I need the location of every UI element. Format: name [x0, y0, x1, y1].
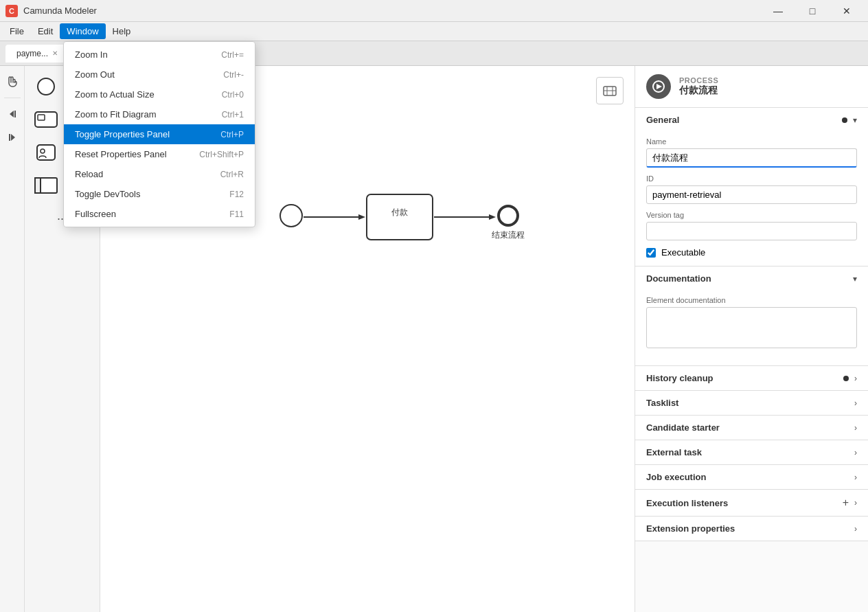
menu-toggle-props[interactable]: Toggle Properties Panel Ctrl+P — [64, 124, 255, 144]
menu-fullscreen[interactable]: Fullscreen F11 — [64, 204, 255, 224]
menu-reset-props[interactable]: Reset Properties Panel Ctrl+Shift+P — [64, 144, 255, 164]
executable-row: Executable — [646, 247, 857, 258]
external-task-header[interactable]: External task › — [635, 440, 868, 464]
palette-task[interactable] — [31, 104, 61, 135]
svg-rect-1 — [14, 111, 16, 117]
element-doc-textarea[interactable] — [646, 307, 857, 348]
candidate-starter-section: Candidate starter › — [635, 416, 868, 440]
tab-close-icon[interactable]: ✕ — [52, 49, 58, 57]
tasklist-chevron: › — [854, 398, 857, 408]
menu-reload[interactable]: Reload Ctrl+R — [64, 164, 255, 184]
menu-zoom-fit[interactable]: Zoom to Fit Diagram Ctrl+1 — [64, 104, 255, 124]
tab-payment[interactable]: payme... ✕ — [5, 45, 69, 63]
menu-zoom-actual[interactable]: Zoom to Actual Size Ctrl+0 — [64, 84, 255, 104]
general-actions: ▾ — [842, 115, 857, 125]
job-execution-header[interactable]: Job execution › — [635, 465, 868, 489]
expand-right-tool[interactable] — [2, 127, 23, 148]
version-tag-field: Version tag — [646, 211, 857, 240]
external-task-section: External task › — [635, 440, 868, 465]
documentation-section: Documentation ▾ Element documentation — [635, 267, 868, 366]
general-title: General — [646, 115, 679, 125]
history-cleanup-section: History cleanup › — [635, 366, 868, 391]
menu-zoom-out[interactable]: Zoom Out Ctrl+- — [64, 65, 255, 84]
menubar: File Edit Window Help — [0, 22, 868, 41]
menu-file[interactable]: File — [3, 23, 31, 39]
task-label: 付款 — [391, 207, 408, 218]
svg-marker-25 — [489, 214, 496, 220]
executable-label: Executable — [661, 247, 705, 258]
svg-rect-3 — [9, 134, 10, 141]
job-execution-title: Job execution — [646, 472, 706, 482]
svg-marker-28 — [656, 84, 662, 89]
svg-marker-2 — [11, 134, 15, 141]
general-dot — [842, 117, 847, 123]
menu-zoom-in[interactable]: Zoom In Ctrl+= — [64, 45, 255, 65]
extension-properties-header[interactable]: Extension properties › — [635, 517, 868, 541]
general-section: General ▾ Name ID Version tag — [635, 108, 868, 267]
process-icon — [646, 74, 671, 99]
window-controls: — □ ✕ — [762, 0, 863, 22]
documentation-header[interactable]: Documentation ▾ — [635, 267, 868, 291]
expand-left-tool[interactable] — [2, 104, 23, 124]
execution-listeners-actions: + › — [843, 497, 857, 509]
svg-marker-22 — [358, 214, 365, 220]
svg-point-20 — [280, 205, 302, 227]
minimap-toggle[interactable] — [596, 77, 624, 104]
extension-properties-section: Extension properties › — [635, 517, 868, 541]
close-button[interactable]: ✕ — [831, 0, 863, 22]
history-cleanup-actions: › — [843, 374, 857, 383]
tasklist-header[interactable]: Tasklist › — [635, 391, 868, 415]
history-cleanup-header[interactable]: History cleanup › — [635, 366, 868, 390]
execution-listeners-section: Execution listeners + › — [635, 490, 868, 517]
svg-rect-17 — [35, 178, 41, 193]
app-title: Camunda Modeler — [23, 5, 762, 16]
executable-checkbox[interactable] — [646, 248, 656, 258]
titlebar: C Camunda Modeler — □ ✕ — [0, 0, 868, 22]
documentation-title: Documentation — [646, 273, 711, 284]
menu-window[interactable]: Window — [60, 23, 105, 39]
palette-pool[interactable] — [31, 170, 61, 201]
maximize-button[interactable]: □ — [797, 0, 828, 22]
execution-listeners-title: Execution listeners — [646, 498, 728, 508]
documentation-chevron: ▾ — [853, 274, 857, 284]
tasklist-section: Tasklist › — [635, 391, 868, 416]
general-body: Name ID Version tag Executable — [635, 132, 868, 266]
history-cleanup-chevron: › — [854, 374, 857, 383]
menu-edit[interactable]: Edit — [31, 23, 60, 39]
general-chevron: ▾ — [853, 115, 857, 125]
tab-label: payme... — [16, 49, 48, 58]
props-name-display: 付款流程 — [679, 84, 718, 97]
external-task-chevron: › — [854, 448, 857, 457]
svg-marker-0 — [10, 111, 14, 117]
execution-listeners-header[interactable]: Execution listeners + › — [635, 490, 868, 516]
element-doc-label: Element documentation — [646, 296, 857, 304]
end-label: 结束流程 — [492, 229, 525, 241]
job-execution-section: Job execution › — [635, 465, 868, 490]
version-tag-input[interactable] — [646, 222, 857, 240]
version-tag-label: Version tag — [646, 211, 857, 219]
props-title-block: PROCESS 付款流程 — [679, 76, 718, 97]
toolbar-separator-1 — [4, 98, 21, 98]
props-type: PROCESS — [679, 76, 718, 84]
menu-devtools[interactable]: Toggle DevTools F12 — [64, 184, 255, 204]
name-input[interactable] — [646, 148, 857, 168]
general-section-header[interactable]: General ▾ — [635, 108, 868, 132]
left-toolbar — [0, 66, 25, 612]
extension-properties-title: Extension properties — [646, 523, 735, 534]
name-field: Name — [646, 137, 857, 168]
candidate-starter-header[interactable]: Candidate starter › — [635, 416, 868, 440]
palette-start-event[interactable] — [31, 71, 61, 102]
execution-listeners-add[interactable]: + — [843, 497, 849, 509]
id-input[interactable] — [646, 185, 857, 204]
job-execution-chevron: › — [854, 473, 857, 482]
candidate-starter-chevron: › — [854, 423, 857, 433]
hand-tool[interactable] — [2, 71, 23, 92]
props-header: PROCESS 付款流程 — [635, 66, 868, 108]
menu-help[interactable]: Help — [106, 23, 138, 39]
minimize-button[interactable]: — — [762, 0, 794, 22]
id-field: ID — [646, 174, 857, 204]
external-task-title: External task — [646, 447, 702, 457]
element-doc-field: Element documentation — [646, 296, 857, 350]
name-label: Name — [646, 137, 857, 146]
palette-user-task[interactable] — [31, 137, 61, 168]
